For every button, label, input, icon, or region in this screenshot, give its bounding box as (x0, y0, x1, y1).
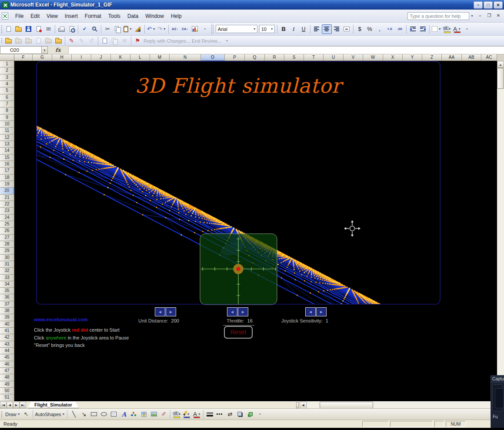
drawing-options-button[interactable]: » (255, 410, 265, 419)
website-link[interactable]: www.excelunusual.com (34, 317, 88, 322)
increase-arrow-button[interactable]: ► (316, 307, 327, 316)
review-options-button[interactable]: » (222, 37, 232, 45)
row-header-1[interactable]: 1 (0, 61, 14, 67)
column-header-V[interactable]: V (344, 54, 363, 61)
font-size-select[interactable]: 10▼ (258, 24, 276, 34)
line-style-button[interactable] (205, 410, 215, 419)
menu-restore-button[interactable]: ❐ (485, 13, 493, 19)
dash-style-button[interactable] (215, 410, 225, 419)
capture-full-button[interactable]: Fu (491, 413, 504, 419)
borders-button[interactable]: ▼ (431, 24, 442, 34)
cut-button[interactable]: ✂ (103, 24, 113, 34)
arrow-button[interactable]: ↘ (79, 410, 89, 419)
row-header-16[interactable]: 16 (0, 161, 14, 168)
spelling-button[interactable]: ✔ (80, 24, 90, 34)
attachment-button[interactable]: ✉ (120, 37, 130, 45)
font-name-select[interactable]: Arial▼ (215, 24, 258, 34)
review-folder-button[interactable] (3, 37, 13, 45)
joystick-pad[interactable] (200, 234, 277, 305)
diagram-button[interactable] (129, 410, 139, 419)
last-sheet-button[interactable]: ▶| (20, 402, 26, 408)
hscroll-left-button[interactable]: ◀ (300, 402, 307, 409)
close-button[interactable]: ✕ (494, 1, 503, 9)
row-header-29[interactable]: 29 (0, 248, 14, 254)
decrease-decimal-button[interactable]: .00 (395, 24, 405, 34)
percent-button[interactable]: % (365, 24, 375, 34)
row-header-24[interactable]: 24 (0, 215, 14, 221)
row-header-40[interactable]: 40 (0, 321, 14, 328)
print-button[interactable] (57, 24, 67, 34)
insert-function-button[interactable]: fx (55, 47, 60, 53)
vertical-scrollbar[interactable]: ▲ ▼ (497, 61, 504, 401)
column-header-Y[interactable]: Y (403, 54, 422, 61)
wordart-button[interactable]: A (119, 410, 129, 419)
copy-button[interactable] (113, 24, 123, 34)
row-header-42[interactable]: 42 (0, 334, 14, 341)
minimize-button[interactable]: – (474, 1, 483, 9)
row-header-9[interactable]: 9 (0, 114, 14, 121)
pen-button[interactable]: ✎ (77, 37, 87, 45)
row-header-46[interactable]: 46 (0, 361, 14, 368)
reply-flag-icon[interactable]: ⚑ (133, 37, 143, 45)
row-header-31[interactable]: 31 (0, 261, 14, 268)
capture-title[interactable]: Captu (491, 375, 504, 383)
vertical-scroll-track[interactable] (497, 89, 504, 394)
reply-with-changes-button[interactable]: Reply with Changes... (143, 37, 191, 45)
row-header-30[interactable]: 30 (0, 255, 14, 261)
draw-menu-button[interactable]: Draw▼ (4, 410, 21, 419)
row-header-8[interactable]: 8 (0, 108, 14, 114)
threed-style-button[interactable] (245, 410, 255, 419)
new-document-button[interactable] (3, 24, 13, 34)
question-box[interactable]: Type a question for help (407, 12, 469, 20)
textbox-button[interactable] (109, 410, 119, 419)
paste-button[interactable]: ▼ (123, 24, 133, 34)
joystick-red-dot[interactable] (237, 267, 240, 271)
tab-split-handle[interactable] (296, 402, 299, 408)
vertical-scroll-thumb[interactable] (497, 68, 504, 89)
menu-window[interactable]: Window (142, 11, 167, 21)
capture-preview[interactable] (492, 384, 503, 411)
review-folder5-button[interactable] (53, 37, 63, 45)
sort-descending-button[interactable]: ZA↓ (180, 24, 190, 34)
row-header-4[interactable]: 4 (0, 81, 14, 87)
line-button[interactable]: ╲ (69, 410, 79, 419)
row-header-34[interactable]: 34 (0, 281, 14, 288)
undo-button[interactable]: ↶▼ (146, 24, 157, 34)
row-header-43[interactable]: 43 (0, 341, 14, 348)
increase-indent-button[interactable] (418, 24, 428, 34)
row-header-35[interactable]: 35 (0, 288, 14, 294)
decrease-arrow-button[interactable]: ◄ (305, 307, 316, 316)
prev-sheet-button[interactable]: ◀ (7, 402, 13, 408)
name-box-dropdown-icon[interactable]: ▼ (42, 46, 48, 54)
currency-button[interactable]: $ (355, 24, 365, 34)
menu-minimize-button[interactable]: – (476, 13, 484, 19)
row-header-14[interactable]: 14 (0, 148, 14, 154)
horizontal-scroll-thumb[interactable] (320, 402, 373, 409)
menu-edit[interactable]: Edit (27, 11, 43, 21)
decrease-arrow-button[interactable]: ◄ (227, 307, 237, 316)
row-header-21[interactable]: 21 (0, 195, 14, 201)
select-all-corner[interactable] (0, 54, 14, 61)
ink-button[interactable]: ✐ (159, 410, 169, 419)
first-sheet-button[interactable]: |◀ (0, 402, 7, 408)
row-header-50[interactable]: 50 (0, 388, 14, 394)
picture-button[interactable] (149, 410, 159, 419)
column-header-T[interactable]: T (304, 54, 324, 61)
column-header-R[interactable]: R (265, 54, 284, 61)
menu-format[interactable]: Format (81, 11, 105, 21)
row-header-44[interactable]: 44 (0, 348, 14, 354)
align-left-button[interactable] (312, 24, 322, 34)
review-folder3-button[interactable] (23, 37, 33, 45)
spreadsheet-canvas[interactable]: 3D Flight simulator ◄►Unit Distance:200◄… (14, 61, 497, 401)
sort-ascending-button[interactable]: AZ↓ (170, 24, 180, 34)
column-header-J[interactable]: J (91, 54, 111, 61)
row-header-23[interactable]: 23 (0, 208, 14, 214)
highlighter-button[interactable]: ✎ (67, 37, 77, 45)
shadow-style-button[interactable] (235, 410, 245, 419)
save-button[interactable] (23, 24, 33, 34)
row-header-47[interactable]: 47 (0, 368, 14, 374)
research-button[interactable] (90, 24, 100, 34)
row-header-38[interactable]: 38 (0, 308, 14, 314)
row-header-26[interactable]: 26 (0, 228, 14, 234)
column-header-K[interactable]: K (111, 54, 130, 61)
